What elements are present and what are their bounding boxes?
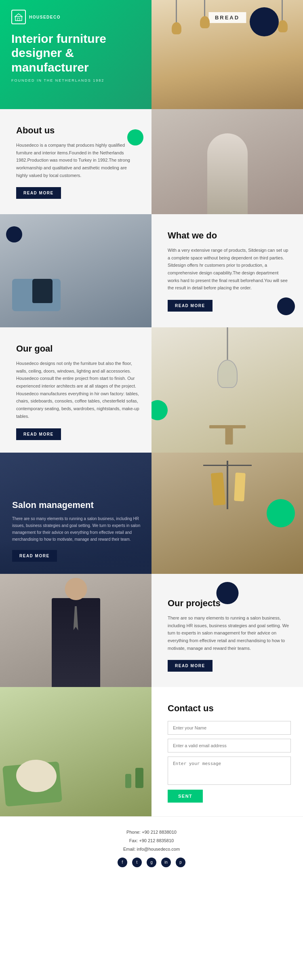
salon-title: Salon management xyxy=(12,500,143,510)
about-right-image xyxy=(152,109,303,214)
linkedin-icon[interactable]: in xyxy=(161,858,171,867)
social-icons-row: f t g in p xyxy=(8,858,295,867)
ourgoal-text: Housedeco designs not only the furniture… xyxy=(16,360,139,420)
ourgoal-right-image xyxy=(152,327,303,453)
projects-section: Our projects There are so many elements … xyxy=(0,574,303,687)
about-title: About us xyxy=(16,125,139,136)
whatwedo-left-image xyxy=(0,214,152,327)
salon-section: Salon management There are so many eleme… xyxy=(0,453,303,574)
about-section: About us Housedeco is a company that pro… xyxy=(0,109,303,214)
whatwedo-section: What we do With a very extensive range o… xyxy=(0,214,303,327)
ourgoal-section: Our goal Housedeco designs not only the … xyxy=(0,327,303,453)
about-left-content: About us Housedeco is a company that pro… xyxy=(0,109,152,214)
whatwedo-right-content: What we do With a very extensive range o… xyxy=(152,214,303,327)
whatwedo-navy-circle xyxy=(277,297,295,315)
projects-read-more-button[interactable]: READ MORE xyxy=(168,660,213,672)
contact-send-button[interactable]: SENT xyxy=(168,790,203,803)
logo-area: HOUSEDECO xyxy=(11,10,140,24)
contact-title: Contact us xyxy=(168,703,291,714)
salon-green-circle xyxy=(267,499,295,527)
salon-text: There are so many elements to running a … xyxy=(12,515,143,543)
whatwedo-text: With a very extensive range of products,… xyxy=(168,247,291,292)
hero-section: HOUSEDECO Interior furniture designer & … xyxy=(0,0,303,109)
projects-right-content: Our projects There are so many elements … xyxy=(152,574,303,687)
ourgoal-title: Our goal xyxy=(16,344,139,354)
projects-left-image xyxy=(0,574,152,687)
contact-email-input[interactable] xyxy=(168,739,291,752)
facebook-icon[interactable]: f xyxy=(118,858,127,867)
hero-title: Interior furniture designer & manufactur… xyxy=(11,32,140,74)
salon-left-content: Salon management There are so many eleme… xyxy=(0,453,152,574)
contact-section: Contact us SENT xyxy=(0,687,303,816)
footer-email: Email: info@housedeco.com xyxy=(8,845,295,854)
whatwedo-dark-circle xyxy=(6,226,22,242)
cafe-sign-label: BREAD xyxy=(208,12,246,23)
whatwedo-title: What we do xyxy=(168,230,291,241)
googleplus-icon[interactable]: g xyxy=(147,858,156,867)
logo-icon xyxy=(11,10,26,24)
hero-dark-circle xyxy=(250,7,279,36)
whatwedo-read-more-button[interactable]: READ MORE xyxy=(168,300,213,312)
projects-text: There are so many elements to running a … xyxy=(168,614,291,652)
svg-rect-1 xyxy=(17,18,20,21)
contact-left-image xyxy=(0,687,152,816)
salon-text-area: Salon management There are so many eleme… xyxy=(12,500,143,562)
footer: Phone: +90 212 8838010 Fax: +90 212 8835… xyxy=(0,816,303,875)
pinterest-icon[interactable]: p xyxy=(176,858,185,867)
brand-name: HOUSEDECO xyxy=(29,15,61,19)
contact-message-input[interactable] xyxy=(168,757,291,785)
projects-navy-circle xyxy=(216,582,238,604)
footer-phone: Phone: +90 212 8838010 xyxy=(8,828,295,837)
ourgoal-read-more-button[interactable]: READ MORE xyxy=(16,428,61,440)
salon-right-image xyxy=(152,453,303,574)
footer-fax: Fax: +90 212 8835810 xyxy=(8,837,295,845)
salon-read-more-button[interactable]: READ MORE xyxy=(12,550,57,562)
twitter-icon[interactable]: t xyxy=(132,858,142,867)
hero-right-image: BREAD xyxy=(152,0,303,109)
about-text: Housedeco is a company that produces hig… xyxy=(16,141,139,179)
hero-subtitle: FOUNDED IN THE NETHERLANDS 1982 xyxy=(11,78,140,82)
about-read-more-button[interactable]: READ MORE xyxy=(16,187,61,199)
about-green-circle xyxy=(127,129,143,145)
hero-left-panel: HOUSEDECO Interior furniture designer & … xyxy=(0,0,152,109)
contact-name-input[interactable] xyxy=(168,721,291,735)
contact-right-content: Contact us SENT xyxy=(152,687,303,816)
ourgoal-left-content: Our goal Housedeco designs not only the … xyxy=(0,327,152,453)
svg-rect-0 xyxy=(15,17,22,21)
